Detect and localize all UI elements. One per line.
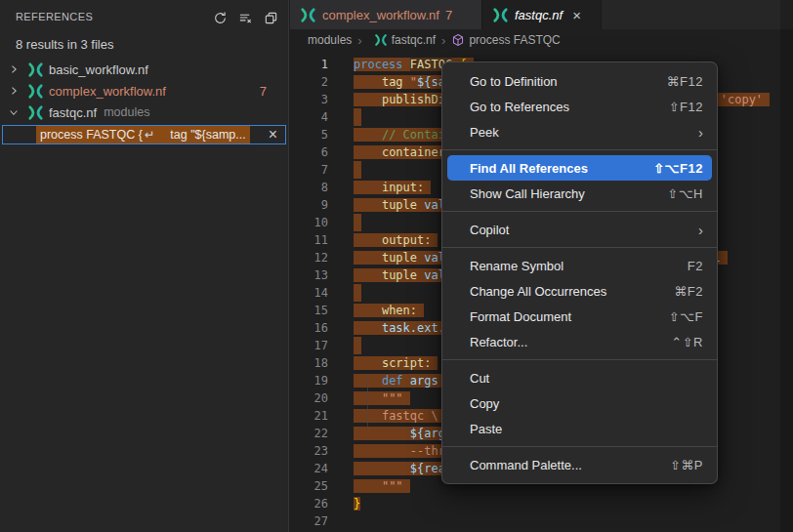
menu-separator	[442, 149, 717, 150]
file-path-suffix: modules	[104, 105, 149, 119]
menu-item-label: Peek	[470, 125, 499, 140]
code-line-text: script:	[354, 354, 438, 372]
tab-bar: complex_workflow.nf 7 fastqc.nf ×	[290, 0, 793, 29]
line-number: 24	[290, 460, 328, 477]
tab-results-badge: 7	[445, 8, 452, 22]
menu-item-go-to-references[interactable]: Go to References⇧F12	[442, 94, 717, 119]
menu-item-show-call-hierarchy[interactable]: Show Call Hierarchy⇧⌥H	[442, 181, 717, 206]
chevron-down-icon[interactable]	[6, 106, 21, 118]
selection-highlight: }	[354, 497, 360, 511]
selection-highlight	[354, 108, 361, 126]
menu-item-go-to-definition[interactable]: Go to Definition⌘F12	[442, 68, 717, 94]
menu-item-format-document[interactable]: Format Document⇧⌥F	[442, 304, 717, 329]
references-panel: REFERENCES 8 results in 3 files basic_wo…	[0, 0, 289, 532]
tab-fastqc[interactable]: fastqc.nf ×	[482, 0, 602, 29]
menu-separator	[442, 359, 717, 360]
line-number: 12	[290, 249, 328, 266]
chevron-right-icon: ›	[441, 33, 445, 48]
line-number: 19	[290, 372, 328, 389]
menu-item-copy[interactable]: Copy	[442, 390, 717, 416]
breadcrumb-item-symbol[interactable]: process FASTQC	[469, 33, 560, 47]
menu-item-refactor[interactable]: Refactor...⌃⇧R	[442, 329, 717, 354]
menu-item-shortcut: ⇧⌥H	[667, 186, 703, 201]
menu-item-shortcut: ⌃⇧R	[671, 335, 703, 349]
nextflow-file-icon	[374, 33, 388, 47]
file-row-fastqc-nf[interactable]: fastqc.nfmodules	[0, 102, 288, 123]
line-number: 26	[290, 495, 328, 512]
menu-item-label: Show Call Hierarchy	[470, 186, 585, 201]
menu-item-peek[interactable]: Peek›	[442, 119, 717, 144]
code-line: 27	[290, 512, 793, 530]
code-line-text	[354, 284, 361, 302]
selection-highlight: """	[354, 479, 410, 493]
reference-result-item[interactable]: process FASTQC {↵ tag "${samp...×	[2, 125, 286, 144]
nextflow-file-icon	[27, 61, 44, 78]
menu-item-command-palette[interactable]: Command Palette...⇧⌘P	[442, 452, 717, 477]
panel-toolbar	[210, 8, 280, 27]
selection-highlight: input:	[354, 181, 431, 194]
file-name: complex_workflow.nf	[49, 84, 166, 99]
line-number: 9	[290, 196, 328, 214]
line-number: 8	[290, 179, 328, 196]
code-line: 26}	[290, 495, 793, 512]
menu-item-label: Copy	[470, 396, 499, 411]
tab-label: fastqc.nf	[515, 8, 563, 22]
code-line-text: when:	[354, 302, 424, 319]
close-tab-icon[interactable]: ×	[572, 7, 581, 23]
line-number: 18	[290, 354, 328, 372]
dismiss-icon[interactable]: ×	[269, 127, 277, 143]
match-preview: process FASTQC {↵ tag "${samp...	[36, 126, 250, 143]
menu-item-shortcut: ⇧F12	[669, 100, 703, 114]
breadcrumb-item-file[interactable]: fastqc.nf	[392, 33, 436, 47]
selection-highlight: when:	[354, 304, 424, 317]
breadcrumb-item-modules[interactable]: modules	[308, 33, 352, 47]
scrollbar-gutter[interactable]	[780, 0, 793, 532]
code-line-text	[354, 337, 361, 354]
code-line-text: output:	[354, 231, 438, 249]
menu-item-change-all-occurrences[interactable]: Change All Occurrences⌘F2	[442, 278, 717, 304]
line-number: 27	[290, 512, 328, 530]
menu-item-copilot[interactable]: Copilot›	[442, 217, 717, 242]
menu-item-shortcut: ⌘F2	[674, 284, 703, 299]
code-line-text: input:	[354, 179, 431, 196]
line-number: 20	[290, 389, 328, 407]
menu-item-label: Go to References	[470, 100, 569, 114]
file-row-basic_workflow-nf[interactable]: basic_workflow.nf	[0, 59, 288, 80]
menu-item-label: Go to Definition	[470, 74, 558, 89]
nextflow-file-icon	[300, 7, 316, 23]
line-number: 15	[290, 302, 328, 319]
line-number: 1	[290, 56, 328, 73]
menu-item-label: Format Document	[470, 309, 571, 324]
selection-highlight: """	[354, 391, 410, 405]
collapse-all-icon[interactable]	[261, 8, 280, 27]
submenu-chevron-icon: ›	[698, 124, 703, 141]
chevron-right-icon[interactable]	[6, 63, 21, 75]
refresh-icon[interactable]	[210, 8, 230, 27]
tab-label: complex_workflow.nf	[322, 8, 439, 22]
menu-item-label: Find All References	[470, 161, 588, 176]
nextflow-file-icon	[27, 104, 44, 121]
tab-complex-workflow[interactable]: complex_workflow.nf 7	[290, 0, 482, 29]
references-tree: basic_workflow.nfcomplex_workflow.nf7fas…	[0, 59, 288, 144]
menu-item-shortcut: ⌘F12	[667, 74, 703, 89]
line-number: 21	[290, 407, 328, 425]
line-number: 2	[290, 73, 328, 91]
menu-item-cut[interactable]: Cut	[442, 365, 717, 390]
code-line-text: """	[354, 477, 410, 495]
selection-highlight	[354, 214, 361, 231]
menu-separator	[442, 211, 717, 212]
chevron-right-icon[interactable]	[6, 85, 21, 97]
menu-item-paste[interactable]: Paste	[442, 416, 717, 441]
menu-item-rename-symbol[interactable]: Rename SymbolF2	[442, 253, 717, 278]
file-row-complex_workflow-nf[interactable]: complex_workflow.nf7	[0, 80, 288, 102]
breadcrumb: modules › fastqc.nf › process FASTQC	[290, 29, 793, 51]
line-number: 14	[290, 284, 328, 302]
clear-results-icon[interactable]	[235, 8, 255, 27]
return-symbol-icon: ↵	[143, 128, 156, 142]
menu-item-shortcut: ⇧⌥F	[669, 309, 703, 324]
menu-item-label: Rename Symbol	[470, 259, 563, 273]
menu-item-find-all-references[interactable]: Find All References⇧⌥F12	[447, 155, 712, 181]
menu-separator	[442, 247, 717, 248]
references-panel-header: REFERENCES	[0, 0, 288, 33]
selection-highlight	[354, 337, 361, 354]
